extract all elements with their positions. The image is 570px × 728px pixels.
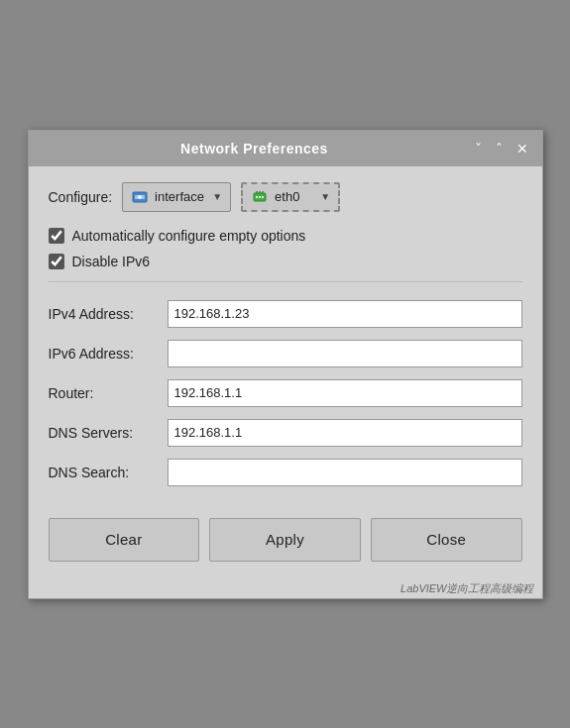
field-label-3: DNS Servers: xyxy=(49,413,168,453)
configure-label: Configure: xyxy=(49,189,113,205)
table-row: IPv4 Address: xyxy=(49,294,522,334)
eth0-dropdown-text: eth0 xyxy=(275,189,314,204)
field-label-1: IPv6 Address: xyxy=(49,334,168,373)
auto-configure-row: Automatically configure empty options xyxy=(49,228,522,244)
svg-point-2 xyxy=(138,195,142,199)
field-input-3[interactable] xyxy=(168,419,522,447)
table-row: DNS Servers: xyxy=(49,413,522,453)
field-input-4[interactable] xyxy=(168,459,522,486)
eth0-dropdown[interactable]: eth0 ▼ xyxy=(241,182,340,212)
interface-dropdown-text: interface xyxy=(155,189,206,204)
title-bar-controls: ˅ ˄ ✕ xyxy=(471,140,532,157)
svg-rect-7 xyxy=(256,196,258,198)
clear-button[interactable]: Clear xyxy=(49,518,200,562)
configure-row: Configure: interface ▼ xyxy=(49,182,522,212)
buttons-row: Clear Apply Close xyxy=(49,510,522,566)
svg-rect-8 xyxy=(259,196,261,198)
interface-dropdown-arrow: ▼ xyxy=(212,191,222,202)
field-input-0[interactable] xyxy=(168,300,522,328)
maximize-button[interactable]: ˄ xyxy=(492,140,507,157)
disable-ipv6-label: Disable IPv6 xyxy=(72,254,151,269)
network-preferences-window: Network Preferences ˅ ˄ ✕ Configure: int… xyxy=(28,130,543,599)
watermark: LabVIEW逆向工程高级编程 xyxy=(29,577,542,598)
table-row: DNS Search: xyxy=(49,453,522,492)
auto-configure-checkbox[interactable] xyxy=(49,228,64,244)
window-title: Network Preferences xyxy=(39,141,471,156)
title-bar: Network Preferences ˅ ˄ ✕ xyxy=(29,131,542,166)
eth0-icon xyxy=(251,188,269,206)
interface-dropdown[interactable]: interface ▼ xyxy=(122,182,231,212)
network-fields-table: IPv4 Address:IPv6 Address:Router:DNS Ser… xyxy=(49,294,522,492)
field-input-2[interactable] xyxy=(168,379,522,407)
field-label-0: IPv4 Address: xyxy=(49,294,168,334)
table-row: Router: xyxy=(49,373,522,413)
minimize-button[interactable]: ˅ xyxy=(471,140,486,157)
auto-configure-label: Automatically configure empty options xyxy=(72,228,306,244)
disable-ipv6-checkbox[interactable] xyxy=(49,254,64,269)
field-label-2: Router: xyxy=(49,373,168,413)
table-row: IPv6 Address: xyxy=(49,334,522,373)
eth0-dropdown-arrow: ▼ xyxy=(320,191,330,202)
disable-ipv6-row: Disable IPv6 xyxy=(49,254,522,269)
svg-rect-9 xyxy=(262,196,264,198)
divider xyxy=(49,281,522,282)
window-content: Configure: interface ▼ xyxy=(29,166,542,577)
field-label-4: DNS Search: xyxy=(49,453,168,492)
close-button[interactable]: Close xyxy=(371,518,522,562)
field-input-1[interactable] xyxy=(168,340,522,367)
close-window-button[interactable]: ✕ xyxy=(513,140,532,157)
interface-icon xyxy=(131,188,149,206)
apply-button[interactable]: Apply xyxy=(209,518,361,562)
